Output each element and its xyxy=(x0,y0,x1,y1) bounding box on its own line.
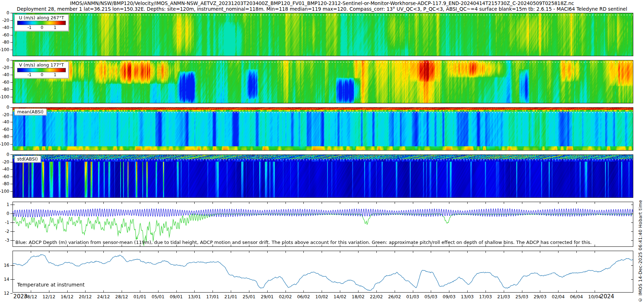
v-colorbar-gradient xyxy=(17,68,66,72)
x-tick-label: 20/12 xyxy=(79,294,92,299)
u-colorbar-tick-labels: -1 0 1 xyxy=(16,25,67,30)
x-tick-label: 28/12 xyxy=(115,294,128,299)
u-colorbar-gradient xyxy=(17,21,66,25)
x-tick-label: 26/02 xyxy=(388,294,401,299)
y-tick-label: -80 xyxy=(2,40,9,45)
y-tick-label: -20 xyxy=(2,18,9,23)
figure-root: IMOS/ANMN/NSW/BMP120/Velocity/IMOS_ANMN-… xyxy=(0,0,644,304)
x-tick-label: 18/02 xyxy=(352,294,365,299)
x-tick-label: 01/01 xyxy=(133,294,146,299)
y-tick-label: -1 xyxy=(5,220,9,225)
y-tick-label: -2 xyxy=(5,229,9,234)
x-tick-label: 10/02 xyxy=(315,294,328,299)
y-tick-label: -100 xyxy=(0,189,9,194)
x-tick-label: 13/01 xyxy=(188,294,201,299)
y-tick-label: -20 xyxy=(2,112,9,117)
depth-variation-caption: Blue: ADCP Depth (m) variation from sens… xyxy=(15,240,592,245)
copyright-watermark: © IMOS 14-Dec-2025 06:41:40 Hobart time xyxy=(638,200,643,303)
v-colorbar-title: V (m/s) along 177°T xyxy=(16,62,67,68)
panel-v-velocity: 0-20-40-60-80-100 V (m/s) along 177°T -1… xyxy=(13,60,633,103)
y-tick-label: -100 xyxy=(0,47,9,52)
x-tick-label: 10/04 xyxy=(588,294,601,299)
x-tick-label: 13/03 xyxy=(461,294,474,299)
std-absi-y-axis-ticks: 0-20-40-60-80-100 xyxy=(0,155,13,198)
mean-absi-y-axis-ticks: 0-20-40-60-80-100 xyxy=(0,107,13,151)
y-tick-label: 0 xyxy=(6,58,9,63)
u-colorbar-tick: -1 xyxy=(28,25,31,30)
y-tick-label: -40 xyxy=(2,119,9,124)
y-tick-label: -80 xyxy=(2,87,9,92)
x-axis-year-end: 2024 xyxy=(600,293,614,300)
y-tick-label: -60 xyxy=(2,127,9,132)
x-axis-date-labels: 2023 2024 08/1212/1216/1220/1224/1228/12… xyxy=(0,293,644,301)
panel-u-velocity: 0-20-40-60-80-100 U (m/s) along 267°T -1… xyxy=(13,13,633,56)
temperature-line-canvas xyxy=(13,251,633,293)
x-tick-label: 08/12 xyxy=(24,294,37,299)
y-tick-label: 0 xyxy=(6,152,9,157)
v-y-axis-ticks: 0-20-40-60-80-100 xyxy=(0,60,13,103)
panel-std-absi: 0-20-40-60-80-100 std(ABSI) xyxy=(13,155,633,198)
y-tick-label: 0 xyxy=(6,10,9,15)
x-tick-label: 09/01 xyxy=(170,294,183,299)
x-tick-label: 05/03 xyxy=(424,294,437,299)
y-tick-label: -100 xyxy=(0,142,9,147)
x-tick-label: 29/03 xyxy=(533,294,546,299)
u-colorbar-legend: U (m/s) along 267°T -1 0 1 xyxy=(14,14,69,31)
x-tick-label: 05/01 xyxy=(152,294,165,299)
y-tick-label: 0 xyxy=(6,211,9,216)
x-tick-label: 09/03 xyxy=(443,294,455,299)
depth-variation-y-axis-ticks: 10-1-2-3 xyxy=(0,202,13,247)
temperature-y-axis-ticks: 161412 xyxy=(0,251,13,293)
x-tick-label: 22/02 xyxy=(370,294,383,299)
y-tick-label: 0 xyxy=(6,105,9,110)
y-tick-label: -60 xyxy=(2,80,9,85)
y-tick-label: 14 xyxy=(4,277,9,282)
x-tick-label: 14/02 xyxy=(333,294,346,299)
mean-absi-label: mean(ABSI) xyxy=(14,108,47,115)
x-tick-label: 01/03 xyxy=(406,294,419,299)
y-tick-label: 16 xyxy=(4,263,9,268)
x-tick-label: 21/01 xyxy=(224,294,237,299)
x-tick-label: 02/04 xyxy=(552,294,565,299)
temperature-label: Temperature at instrument xyxy=(17,282,84,288)
y-tick-label: -40 xyxy=(2,25,9,30)
x-tick-label: 12/12 xyxy=(43,294,55,299)
v-colorbar-tick: -1 xyxy=(28,72,31,77)
u-y-axis-ticks: 0-20-40-60-80-100 xyxy=(0,13,13,56)
x-tick-label: 06/04 xyxy=(570,294,583,299)
v-colorbar-tick-labels: -1 0 1 xyxy=(16,72,67,77)
y-tick-label: -100 xyxy=(0,94,9,99)
y-tick-label: 1 xyxy=(6,202,9,207)
panel-mean-absi: 0-20-40-60-80-100 mean(ABSI) xyxy=(13,107,633,151)
x-tick-label: 17/03 xyxy=(479,294,492,299)
x-tick-label: 29/01 xyxy=(261,294,274,299)
x-tick-label: 21/03 xyxy=(497,294,510,299)
x-tick-label: 24/12 xyxy=(97,294,110,299)
y-tick-label: -40 xyxy=(2,167,9,172)
mean-absi-heatmap-canvas xyxy=(13,107,633,151)
v-colorbar-tick: 1 xyxy=(54,72,56,77)
u-velocity-heatmap-canvas xyxy=(13,13,633,56)
x-tick-label: 25/01 xyxy=(243,294,255,299)
panel-temperature: 161412 Temperature at instrument xyxy=(13,251,633,293)
x-tick-label: 16/12 xyxy=(61,294,74,299)
y-tick-label: -80 xyxy=(2,134,9,139)
panel-depth-variation: 10-1-2-3 Blue: ADCP Depth (m) variation … xyxy=(13,202,633,247)
x-tick-label: 17/01 xyxy=(206,294,219,299)
x-tick-label: 02/02 xyxy=(279,294,292,299)
y-tick-label: -3 xyxy=(5,238,9,243)
y-tick-label: -40 xyxy=(2,72,9,77)
v-velocity-heatmap-canvas xyxy=(13,60,633,103)
figure-subtitle-deployment: Deployment 28, member 1 lat=36.21S lon=1… xyxy=(0,6,644,12)
std-absi-label: std(ABSI) xyxy=(14,156,41,162)
v-colorbar-legend: V (m/s) along 177°T -1 0 1 xyxy=(14,62,69,78)
y-tick-label: -60 xyxy=(2,33,9,38)
u-colorbar-tick: 0 xyxy=(41,25,43,30)
v-colorbar-tick: 0 xyxy=(41,72,43,77)
figure-title-filename: IMOS/ANMN/NSW/BMP120/Velocity/IMOS_ANMN-… xyxy=(0,0,644,6)
y-tick-label: -20 xyxy=(2,160,9,165)
y-tick-label: -20 xyxy=(2,65,9,70)
x-tick-label: 25/03 xyxy=(516,294,528,299)
std-absi-heatmap-canvas xyxy=(13,155,633,198)
y-tick-label: -60 xyxy=(2,174,9,179)
